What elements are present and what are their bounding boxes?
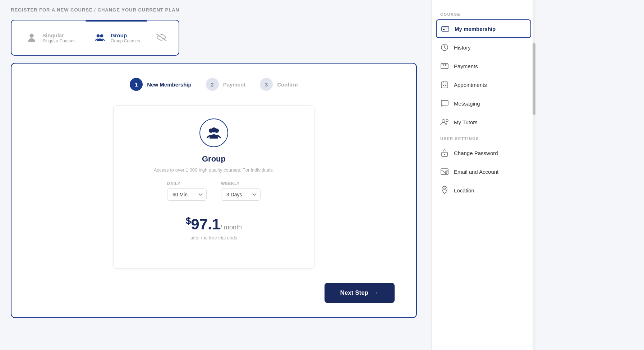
membership-description: Access to over 1.000 high quality course… <box>126 167 301 173</box>
step-2-circle: 2 <box>206 78 219 91</box>
appointments-icon <box>440 80 449 89</box>
price-currency: $ <box>186 215 191 226</box>
sidebar-item-appointments[interactable]: Appointments <box>432 75 535 94</box>
svg-point-14 <box>442 120 445 122</box>
password-icon <box>440 149 449 157</box>
arrow-right-icon: → <box>373 289 379 297</box>
group-tab-icon <box>93 31 107 45</box>
sidebar-item-my-membership[interactable]: My membership <box>436 19 531 38</box>
sidebar-my-membership-label: My membership <box>455 26 496 32</box>
sidebar-email-account-label: Email and Account <box>454 169 498 175</box>
group-tab-label: Group <box>111 32 127 38</box>
price-value: 97.1 <box>191 216 220 233</box>
sidebar-appointments-label: Appointments <box>454 82 487 88</box>
singular-tab-sublabel: Singular Courses <box>42 38 75 43</box>
selectors-row: DAILY 60 Min. 30 Min. 90 Min. WEEKLY 3 D… <box>126 181 301 201</box>
step-2: 2 Payment <box>206 78 246 91</box>
membership-card: Group Access to over 1.000 high quality … <box>113 105 314 269</box>
sidebar-item-email-account[interactable]: Email and Account <box>432 162 535 181</box>
sidebar-item-history[interactable]: History <box>432 38 535 57</box>
svg-point-1 <box>97 34 100 38</box>
price-period: / month <box>220 224 242 231</box>
sidebar-settings-section-title: USER SETTINGS <box>432 131 535 144</box>
sidebar-history-label: History <box>454 45 471 51</box>
course-tabs-container: Singular Singular Courses Group Group Co… <box>11 20 179 56</box>
step-3-circle: 3 <box>260 78 273 91</box>
svg-point-20 <box>444 188 446 190</box>
next-step-label: Next Step <box>340 289 368 297</box>
svg-rect-6 <box>442 27 449 31</box>
step-3-label: Confirm <box>277 81 298 88</box>
sidebar-location-label: Location <box>454 187 474 193</box>
sidebar-change-password-label: Change Password <box>454 150 498 156</box>
steps-bar: 1 New Membership 2 Payment 3 Confirm <box>26 78 402 91</box>
sidebar-item-my-tutors[interactable]: My Tutors <box>432 113 535 131</box>
svg-point-0 <box>29 34 33 38</box>
step-1-label: New Membership <box>147 81 191 88</box>
tutors-icon <box>440 118 449 126</box>
location-icon <box>440 186 449 195</box>
svg-rect-12 <box>443 85 444 86</box>
sidebar-payments-label: Payments <box>454 63 478 69</box>
page-title: REGISTER FOR A NEW COURSE / CHANGE YOUR … <box>11 7 420 13</box>
payments-icon <box>440 62 449 70</box>
scrollbar-thumb[interactable] <box>533 43 535 115</box>
sidebar-item-change-password[interactable]: Change Password <box>432 144 535 162</box>
scrollbar-track[interactable] <box>533 0 535 350</box>
history-icon <box>440 43 449 52</box>
svg-rect-7 <box>443 29 445 30</box>
svg-point-5 <box>211 127 216 132</box>
weekly-dropdown[interactable]: 3 Days 2 Days 5 Days <box>221 188 261 201</box>
card-divider-2 <box>126 248 301 248</box>
daily-selector-group: DAILY 60 Min. 30 Min. 90 Min. <box>167 181 207 201</box>
messaging-icon <box>440 99 449 108</box>
svg-point-2 <box>100 34 104 38</box>
next-step-button[interactable]: Next Step → <box>325 283 395 303</box>
singular-tab-label: Singular <box>42 32 64 38</box>
weekly-selector-group: WEEKLY 3 Days 2 Days 5 Days <box>221 181 261 201</box>
tab-hidden[interactable] <box>150 26 173 49</box>
svg-point-15 <box>446 120 448 122</box>
eye-off-icon <box>156 33 167 43</box>
step-1-circle: 1 <box>130 78 143 91</box>
card-divider <box>126 208 301 208</box>
sidebar-item-payments[interactable]: Payments <box>432 57 535 75</box>
svg-rect-11 <box>441 82 448 88</box>
wizard-container: 1 New Membership 2 Payment 3 Confirm <box>11 63 417 318</box>
sidebar-item-messaging[interactable]: Messaging <box>432 94 535 113</box>
email-icon <box>440 167 449 176</box>
step-3: 3 Confirm <box>260 78 298 91</box>
weekly-label: WEEKLY <box>221 181 240 186</box>
next-step-row: Next Step → <box>26 283 402 303</box>
tab-singular[interactable]: Singular Singular Courses <box>17 26 83 49</box>
price-note: after the free trial ends <box>126 235 301 241</box>
sidebar-my-tutors-label: My Tutors <box>454 119 478 125</box>
sidebar: COURSE My membership History <box>431 0 535 350</box>
group-tab-sublabel: Group Courses <box>111 38 140 43</box>
step-1: 1 New Membership <box>130 78 191 91</box>
svg-point-17 <box>444 154 445 155</box>
sidebar-course-section-title: COURSE <box>432 7 535 19</box>
step-2-label: Payment <box>223 81 246 88</box>
price-section: $97.1/ month after the free trial ends <box>126 215 301 241</box>
membership-card-icon <box>199 118 228 147</box>
price-amount: $97.1/ month <box>126 215 301 233</box>
svg-rect-13 <box>445 85 446 86</box>
daily-label: DAILY <box>167 181 180 186</box>
membership-icon <box>441 24 450 33</box>
tab-group[interactable]: Group Group Courses <box>86 26 147 49</box>
sidebar-item-location[interactable]: Location <box>432 181 535 200</box>
sidebar-messaging-label: Messaging <box>454 101 480 107</box>
daily-dropdown[interactable]: 60 Min. 30 Min. 90 Min. <box>167 188 207 201</box>
membership-title: Group <box>126 154 301 164</box>
singular-tab-icon <box>24 31 39 45</box>
